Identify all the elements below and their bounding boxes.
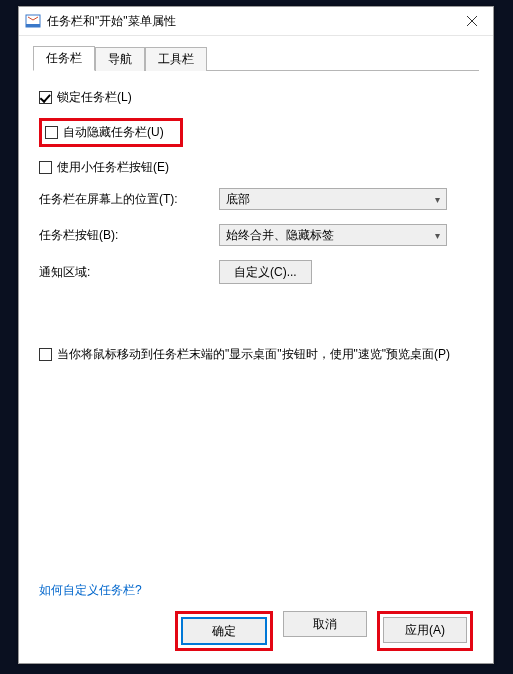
- tab-toolbars[interactable]: 工具栏: [145, 47, 207, 71]
- position-label: 任务栏在屏幕上的位置(T):: [39, 191, 219, 208]
- auto-hide-row: 自动隐藏任务栏(U): [39, 118, 473, 147]
- taskbar-buttons-value: 始终合并、隐藏标签: [226, 227, 334, 244]
- desktop-background: 任务栏和"开始"菜单属性 任务栏 导航 工具栏 锁定任务栏(L): [0, 0, 513, 674]
- bottom-area: 如何自定义任务栏? 确定 取消 应用(A): [39, 582, 473, 651]
- client-area: 任务栏 导航 工具栏 锁定任务栏(L) 自动隐藏任务栏(U) 使: [19, 36, 493, 663]
- dialog-actions: 确定 取消 应用(A): [39, 611, 473, 651]
- properties-dialog: 任务栏和"开始"菜单属性 任务栏 导航 工具栏 锁定任务栏(L): [18, 6, 494, 664]
- lock-taskbar-row[interactable]: 锁定任务栏(L): [39, 89, 473, 106]
- chevron-down-icon: ▾: [435, 194, 440, 205]
- ok-highlight: 确定: [175, 611, 273, 651]
- checkbox-lock-taskbar[interactable]: [39, 91, 52, 104]
- notify-area-label: 通知区域:: [39, 264, 219, 281]
- auto-hide-label[interactable]: 自动隐藏任务栏(U): [63, 124, 164, 141]
- apply-highlight: 应用(A): [377, 611, 473, 651]
- apply-button[interactable]: 应用(A): [383, 617, 467, 643]
- position-row: 任务栏在屏幕上的位置(T): 底部 ▾: [39, 188, 473, 210]
- checkbox-auto-hide[interactable]: [45, 126, 58, 139]
- svg-rect-1: [26, 24, 40, 27]
- window-title: 任务栏和"开始"菜单属性: [47, 13, 451, 30]
- auto-hide-highlight: 自动隐藏任务栏(U): [39, 118, 183, 147]
- ok-button[interactable]: 确定: [181, 617, 267, 645]
- tabstrip: 任务栏 导航 工具栏: [33, 46, 479, 71]
- customize-button[interactable]: 自定义(C)...: [219, 260, 312, 284]
- close-button[interactable]: [451, 7, 493, 35]
- howto-link[interactable]: 如何自定义任务栏?: [39, 583, 142, 597]
- tab-navigation[interactable]: 导航: [95, 47, 145, 71]
- taskbar-buttons-label: 任务栏按钮(B):: [39, 227, 219, 244]
- spacer: [39, 298, 473, 346]
- tab-taskbar[interactable]: 任务栏: [33, 46, 95, 71]
- window-icon: [25, 13, 41, 29]
- tab-body: 锁定任务栏(L) 自动隐藏任务栏(U) 使用小任务栏按钮(E) 任务栏在屏幕上的…: [33, 71, 479, 651]
- small-buttons-row[interactable]: 使用小任务栏按钮(E): [39, 159, 473, 176]
- taskbar-buttons-row: 任务栏按钮(B): 始终合并、隐藏标签 ▾: [39, 224, 473, 246]
- checkbox-peek-desktop[interactable]: [39, 348, 52, 361]
- lock-taskbar-label: 锁定任务栏(L): [57, 89, 132, 106]
- small-buttons-label: 使用小任务栏按钮(E): [57, 159, 169, 176]
- chevron-down-icon: ▾: [435, 230, 440, 241]
- titlebar[interactable]: 任务栏和"开始"菜单属性: [19, 7, 493, 36]
- cancel-button[interactable]: 取消: [283, 611, 367, 637]
- checkbox-small-buttons[interactable]: [39, 161, 52, 174]
- notify-area-row: 通知区域: 自定义(C)...: [39, 260, 473, 284]
- peek-desktop-label: 当你将鼠标移动到任务栏末端的"显示桌面"按钮时，使用"速览"预览桌面(P): [57, 346, 450, 363]
- peek-desktop-row[interactable]: 当你将鼠标移动到任务栏末端的"显示桌面"按钮时，使用"速览"预览桌面(P): [39, 346, 473, 363]
- taskbar-buttons-combo[interactable]: 始终合并、隐藏标签 ▾: [219, 224, 447, 246]
- close-icon: [467, 16, 477, 26]
- position-combo[interactable]: 底部 ▾: [219, 188, 447, 210]
- position-value: 底部: [226, 191, 250, 208]
